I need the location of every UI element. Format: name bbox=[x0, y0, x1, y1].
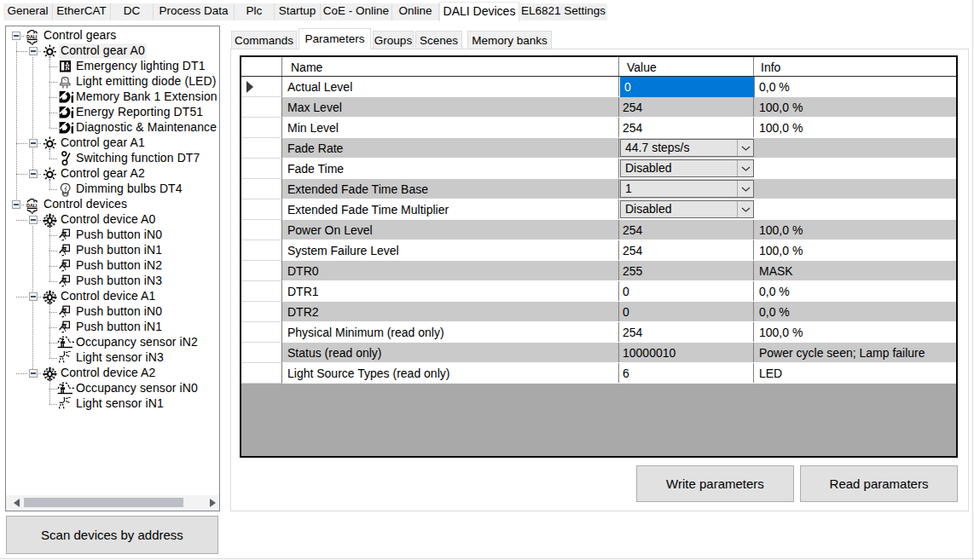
svg-text:DALI: DALI bbox=[26, 34, 38, 39]
svg-text:DALI: DALI bbox=[26, 203, 38, 208]
